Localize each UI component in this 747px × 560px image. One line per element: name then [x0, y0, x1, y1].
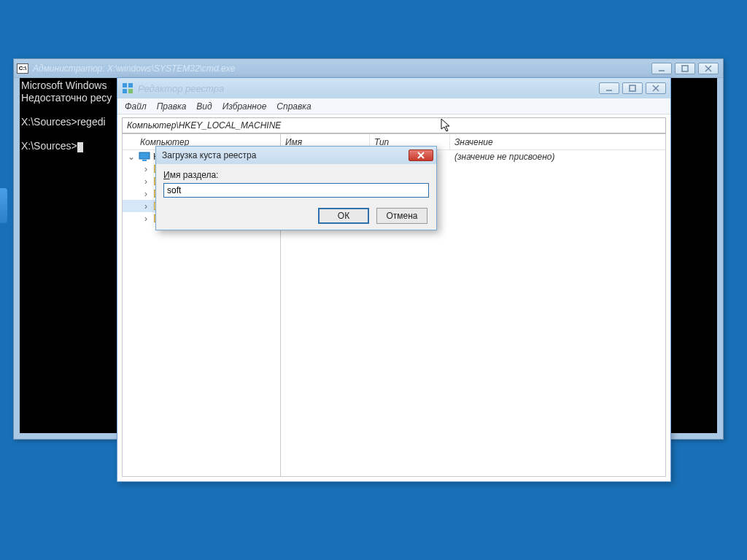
- close-button[interactable]: [646, 82, 666, 94]
- dialog-titlebar[interactable]: Загрузка куста реестра: [156, 147, 436, 164]
- expand-icon[interactable]: ›: [142, 189, 150, 199]
- col-value[interactable]: Значение: [450, 134, 665, 149]
- expand-icon[interactable]: ›: [142, 201, 150, 211]
- svg-rect-4: [123, 83, 127, 88]
- cell-value: (значение не присвоено): [450, 152, 665, 162]
- regedit-address-bar[interactable]: Компьютер\HKEY_LOCAL_MACHINE: [122, 117, 666, 133]
- regedit-title: Редактор реестра: [138, 83, 224, 94]
- cmd-line: Microsoft Windows: [21, 79, 107, 91]
- cmd-cursor: [77, 142, 83, 152]
- expand-icon[interactable]: ⌄: [127, 152, 136, 162]
- minimize-button[interactable]: [651, 63, 672, 74]
- cmd-line: X:\Sources>: [21, 140, 77, 152]
- taskbar-sliver: [0, 188, 7, 223]
- maximize-button[interactable]: [675, 63, 695, 74]
- dialog-title: Загрузка куста реестра: [162, 150, 256, 160]
- ok-button[interactable]: ОК: [318, 208, 369, 224]
- svg-rect-7: [128, 89, 133, 93]
- maximize-button[interactable]: [622, 82, 643, 94]
- cmd-icon: C:\: [17, 63, 28, 74]
- menu-edit[interactable]: Правка: [157, 101, 187, 112]
- menu-help[interactable]: Справка: [276, 101, 311, 112]
- svg-rect-12: [139, 152, 150, 159]
- menu-favorites[interactable]: Избранное: [222, 101, 267, 112]
- expand-icon[interactable]: ›: [142, 214, 150, 224]
- dialog-close-button[interactable]: [409, 149, 433, 161]
- regedit-menubar: Файл Правка Вид Избранное Справка: [117, 98, 670, 114]
- menu-file[interactable]: Файл: [125, 101, 147, 112]
- close-button[interactable]: [698, 63, 719, 74]
- load-hive-dialog: Загрузка куста реестра Имя раздела: ОК О…: [155, 146, 437, 230]
- regedit-window: Редактор реестра Файл Правка Вид Избранн…: [117, 77, 671, 482]
- cmd-titlebar[interactable]: C:\ Администратор: X:\windows\SYSTEM32\c…: [14, 59, 723, 78]
- cancel-button[interactable]: Отмена: [376, 208, 427, 224]
- cmd-line: X:\Sources>regedi: [21, 116, 106, 128]
- regedit-titlebar[interactable]: Редактор реестра: [117, 78, 670, 98]
- dialog-label: Имя раздела:: [163, 170, 429, 180]
- expand-icon[interactable]: ›: [142, 176, 150, 187]
- expand-icon[interactable]: ›: [142, 164, 150, 174]
- svg-rect-5: [128, 83, 133, 88]
- menu-view[interactable]: Вид: [196, 101, 212, 112]
- svg-rect-6: [123, 89, 127, 93]
- minimize-button[interactable]: [599, 82, 619, 94]
- svg-rect-13: [142, 160, 147, 161]
- cmd-line: Недостаточно ресу: [21, 92, 112, 104]
- computer-icon: [139, 152, 150, 162]
- cmd-title: Администратор: X:\windows\SYSTEM32\cmd.e…: [33, 63, 235, 74]
- svg-rect-9: [630, 85, 635, 91]
- regedit-address: Компьютер\HKEY_LOCAL_MACHINE: [127, 120, 281, 131]
- svg-rect-1: [682, 66, 688, 71]
- key-name-input[interactable]: [163, 183, 429, 198]
- regedit-icon: [122, 82, 133, 94]
